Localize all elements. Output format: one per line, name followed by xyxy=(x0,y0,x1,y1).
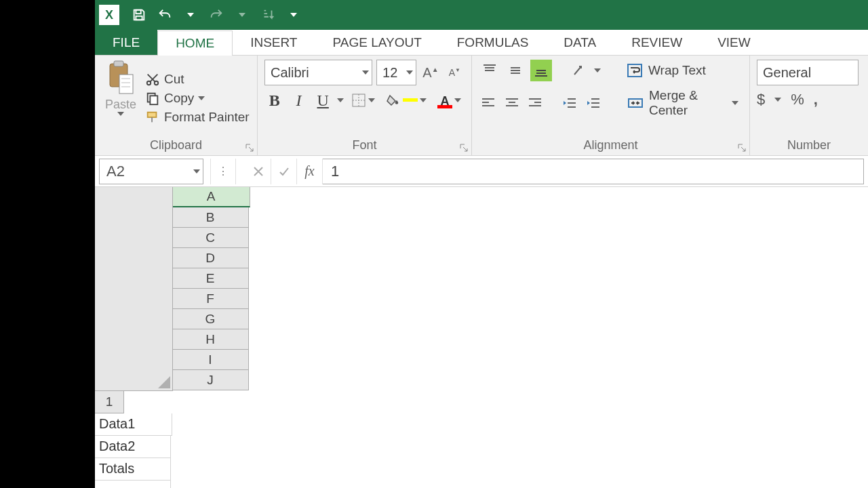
clipboard-launcher-icon[interactable] xyxy=(245,143,254,152)
group-label-font: Font xyxy=(264,137,465,155)
grow-font-icon[interactable]: A▲ xyxy=(420,62,440,83)
sort-icon[interactable] xyxy=(255,2,281,28)
comma-icon[interactable]: , xyxy=(814,91,818,108)
align-bottom-icon[interactable] xyxy=(530,60,552,81)
column-header[interactable]: H xyxy=(173,329,249,350)
group-label-clipboard: Clipboard xyxy=(102,137,250,155)
tab-data[interactable]: DATA xyxy=(546,30,614,55)
tab-review[interactable]: REVIEW xyxy=(614,30,700,55)
ribbon-tabs: FILE HOME INSERT PAGE LAYOUT FORMULAS DA… xyxy=(95,30,868,56)
cell[interactable]: Totals xyxy=(95,458,171,481)
tab-page-layout[interactable]: PAGE LAYOUT xyxy=(315,30,439,55)
font-launcher-icon[interactable] xyxy=(459,143,469,152)
column-header[interactable]: C xyxy=(173,228,249,248)
cell[interactable]: Data2 xyxy=(95,436,171,458)
copy-button[interactable]: Copy xyxy=(145,91,250,106)
name-box[interactable]: A2 xyxy=(99,159,203,184)
align-top-icon[interactable] xyxy=(479,60,500,81)
excel-app-icon: X xyxy=(99,5,119,25)
column-header[interactable]: B xyxy=(173,207,249,228)
select-all-corner[interactable] xyxy=(95,187,172,390)
underline-button[interactable]: U xyxy=(313,92,333,110)
align-right-icon[interactable] xyxy=(526,92,545,114)
svg-rect-3 xyxy=(114,61,123,66)
redo-icon[interactable] xyxy=(203,2,229,28)
group-number: General $ % , Number xyxy=(750,56,868,155)
align-middle-icon[interactable] xyxy=(505,60,526,81)
group-clipboard: Paste Cut Copy Format Painte xyxy=(95,56,258,155)
formula-input[interactable]: 1 xyxy=(323,159,864,184)
svg-rect-4 xyxy=(119,75,133,94)
borders-button[interactable] xyxy=(348,91,378,110)
column-header[interactable]: G xyxy=(173,309,249,329)
tab-formulas[interactable]: FORMULAS xyxy=(439,30,547,55)
save-icon[interactable] xyxy=(126,2,152,28)
shrink-font-icon[interactable]: A▼ xyxy=(445,62,465,83)
formula-bar: A2 ⋮ fx 1 xyxy=(95,156,868,187)
paste-label[interactable]: Paste xyxy=(105,98,136,112)
row-header[interactable]: 1 xyxy=(95,391,124,413)
ribbon: Paste Cut Copy Format Painte xyxy=(95,56,868,156)
orientation-icon[interactable] xyxy=(568,60,590,81)
worksheet-grid[interactable]: ABCDEFGHIJ1Data1Data2Totals2233235434755… xyxy=(95,187,868,488)
svg-rect-1 xyxy=(136,16,142,20)
svg-rect-41 xyxy=(629,99,642,107)
excel-window: X FILE HOME INSERT PAGE LAYOUT FORMULAS … xyxy=(95,0,868,488)
fx-icon[interactable]: fx xyxy=(297,159,323,184)
group-alignment: Wrap Text Merge & Center xyxy=(472,56,750,155)
column-header[interactable]: I xyxy=(173,350,249,370)
svg-rect-12 xyxy=(148,113,157,117)
italic-button[interactable]: I xyxy=(289,92,309,110)
font-size-select[interactable]: 12 xyxy=(376,60,416,85)
number-format-select[interactable]: General xyxy=(757,60,859,85)
font-color-button[interactable]: A xyxy=(434,92,465,108)
fill-color-button[interactable] xyxy=(382,92,430,108)
decrease-indent-icon[interactable] xyxy=(560,92,580,114)
quick-access-toolbar: X xyxy=(95,0,868,30)
paste-icon[interactable] xyxy=(106,60,136,98)
undo-dropdown-icon[interactable] xyxy=(178,2,203,28)
undo-icon[interactable] xyxy=(152,2,178,28)
group-font: Calibri 12 A▲ A▼ B I U xyxy=(258,56,472,155)
tab-insert[interactable]: INSERT xyxy=(233,30,315,55)
merge-center-button[interactable]: Merge & Center xyxy=(623,87,743,119)
cut-button[interactable]: Cut xyxy=(145,72,250,87)
cell[interactable]: Data1 xyxy=(95,413,172,436)
column-header[interactable]: J xyxy=(173,370,249,390)
wrap-text-button[interactable]: Wrap Text xyxy=(623,61,710,80)
format-painter-button[interactable]: Format Painter xyxy=(145,110,250,125)
group-label-number: Number xyxy=(757,137,861,155)
alignment-launcher-icon[interactable] xyxy=(737,143,747,152)
redo-dropdown-icon[interactable] xyxy=(229,2,255,28)
svg-rect-0 xyxy=(136,10,140,14)
cell[interactable] xyxy=(95,481,171,489)
bold-button[interactable]: B xyxy=(264,92,285,110)
column-header[interactable]: E xyxy=(173,268,249,289)
column-header[interactable]: F xyxy=(173,289,249,309)
formula-separator: ⋮ xyxy=(210,159,236,184)
enter-icon[interactable] xyxy=(271,159,297,184)
group-label-alignment: Alignment xyxy=(479,137,743,155)
svg-rect-11 xyxy=(150,96,157,104)
cancel-icon[interactable] xyxy=(245,159,271,184)
column-header[interactable]: D xyxy=(173,248,249,268)
font-name-select[interactable]: Calibri xyxy=(264,60,372,85)
percent-icon[interactable]: % xyxy=(791,91,804,108)
currency-icon[interactable]: $ xyxy=(757,91,765,108)
increase-indent-icon[interactable] xyxy=(584,92,604,114)
tab-file[interactable]: FILE xyxy=(95,30,157,55)
align-center-icon[interactable] xyxy=(502,92,522,114)
tab-view[interactable]: VIEW xyxy=(700,30,768,55)
tab-home[interactable]: HOME xyxy=(157,30,233,56)
column-header[interactable]: A xyxy=(173,187,250,207)
customize-qat-icon[interactable] xyxy=(281,2,307,28)
align-left-icon[interactable] xyxy=(479,92,498,114)
